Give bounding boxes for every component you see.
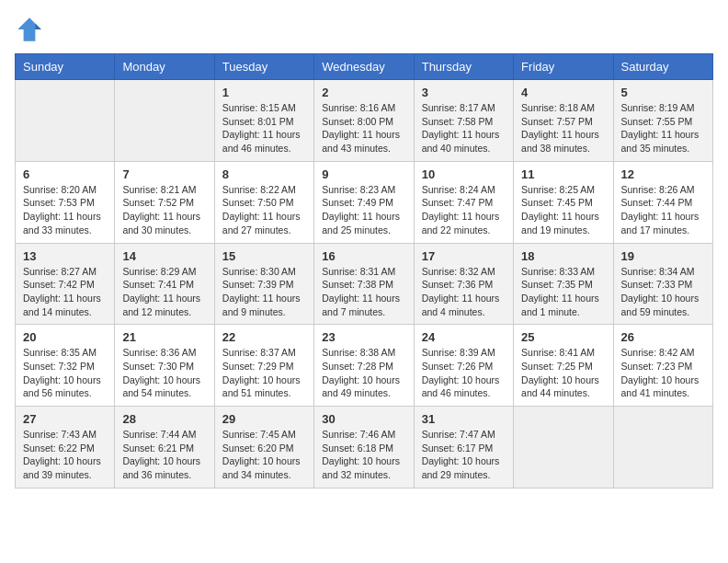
day-number: 3 (422, 86, 506, 99)
day-number: 29 (222, 412, 306, 426)
day-number: 6 (23, 167, 107, 181)
day-info: Sunrise: 8:19 AM Sunset: 7:55 PM Dayligh… (621, 101, 705, 155)
day-number: 30 (322, 412, 405, 426)
day-info: Sunrise: 8:29 AM Sunset: 7:41 PM Dayligh… (122, 265, 206, 319)
table-row: 28Sunrise: 7:44 AM Sunset: 6:21 PM Dayli… (115, 407, 214, 488)
table-row: 2Sunrise: 8:16 AM Sunset: 8:00 PM Daylig… (314, 80, 414, 162)
day-number: 9 (322, 167, 405, 181)
day-info: Sunrise: 8:41 AM Sunset: 7:25 PM Dayligh… (521, 346, 605, 400)
table-row: 4Sunrise: 8:18 AM Sunset: 7:57 PM Daylig… (514, 80, 613, 162)
day-number: 20 (23, 330, 107, 344)
table-row: 22Sunrise: 8:37 AM Sunset: 7:29 PM Dayli… (214, 325, 313, 407)
day-number: 13 (23, 249, 107, 263)
day-number: 4 (521, 86, 605, 99)
day-number: 16 (322, 249, 405, 263)
table-row: 13Sunrise: 8:27 AM Sunset: 7:42 PM Dayli… (16, 243, 115, 325)
day-number: 15 (222, 249, 306, 263)
col-header-friday: Friday (514, 54, 613, 80)
col-header-saturday: Saturday (613, 54, 712, 80)
table-row: 29Sunrise: 7:45 AM Sunset: 6:20 PM Dayli… (214, 407, 313, 488)
calendar-week-row: 6Sunrise: 8:20 AM Sunset: 7:53 PM Daylig… (16, 161, 713, 243)
calendar-week-row: 1Sunrise: 8:15 AM Sunset: 8:01 PM Daylig… (16, 80, 713, 162)
table-row: 20Sunrise: 8:35 AM Sunset: 7:32 PM Dayli… (16, 325, 115, 407)
col-header-sunday: Sunday (16, 54, 115, 80)
table-row: 23Sunrise: 8:38 AM Sunset: 7:28 PM Dayli… (314, 325, 414, 407)
day-info: Sunrise: 8:34 AM Sunset: 7:33 PM Dayligh… (621, 265, 705, 319)
table-row: 1Sunrise: 8:15 AM Sunset: 8:01 PM Daylig… (214, 80, 313, 162)
day-info: Sunrise: 7:47 AM Sunset: 6:17 PM Dayligh… (422, 428, 506, 482)
day-info: Sunrise: 8:35 AM Sunset: 7:32 PM Dayligh… (23, 346, 107, 400)
day-info: Sunrise: 7:44 AM Sunset: 6:21 PM Dayligh… (122, 428, 206, 482)
table-row: 14Sunrise: 8:29 AM Sunset: 7:41 PM Dayli… (115, 243, 214, 325)
table-row: 16Sunrise: 8:31 AM Sunset: 7:38 PM Dayli… (314, 243, 414, 325)
day-number: 24 (422, 330, 506, 344)
calendar-header-row: SundayMondayTuesdayWednesdayThursdayFrid… (16, 54, 713, 80)
table-row: 27Sunrise: 7:43 AM Sunset: 6:22 PM Dayli… (16, 407, 115, 488)
table-row: 18Sunrise: 8:33 AM Sunset: 7:35 PM Dayli… (514, 243, 613, 325)
day-info: Sunrise: 8:42 AM Sunset: 7:23 PM Dayligh… (621, 346, 705, 400)
day-info: Sunrise: 8:15 AM Sunset: 8:01 PM Dayligh… (222, 101, 306, 155)
table-row (115, 80, 214, 162)
day-number: 19 (621, 249, 705, 263)
day-info: Sunrise: 7:46 AM Sunset: 6:18 PM Dayligh… (322, 428, 405, 482)
col-header-tuesday: Tuesday (214, 54, 313, 80)
day-info: Sunrise: 8:17 AM Sunset: 7:58 PM Dayligh… (422, 101, 506, 155)
table-row: 25Sunrise: 8:41 AM Sunset: 7:25 PM Dayli… (514, 325, 613, 407)
table-row: 5Sunrise: 8:19 AM Sunset: 7:55 PM Daylig… (613, 80, 712, 162)
day-number: 31 (422, 412, 506, 426)
day-info: Sunrise: 8:26 AM Sunset: 7:44 PM Dayligh… (621, 183, 705, 237)
table-row: 3Sunrise: 8:17 AM Sunset: 7:58 PM Daylig… (414, 80, 513, 162)
calendar-table: SundayMondayTuesdayWednesdayThursdayFrid… (15, 53, 713, 488)
day-info: Sunrise: 8:36 AM Sunset: 7:30 PM Dayligh… (122, 346, 206, 400)
day-number: 14 (122, 249, 206, 263)
day-number: 21 (122, 330, 206, 344)
table-row (613, 407, 712, 488)
page-header (15, 15, 713, 44)
table-row: 21Sunrise: 8:36 AM Sunset: 7:30 PM Dayli… (115, 325, 214, 407)
logo-icon (15, 15, 44, 44)
day-info: Sunrise: 8:22 AM Sunset: 7:50 PM Dayligh… (222, 183, 306, 237)
day-info: Sunrise: 8:31 AM Sunset: 7:38 PM Dayligh… (322, 265, 405, 319)
day-number: 11 (521, 167, 605, 181)
day-number: 22 (222, 330, 306, 344)
day-number: 28 (122, 412, 206, 426)
table-row: 7Sunrise: 8:21 AM Sunset: 7:52 PM Daylig… (115, 161, 214, 243)
table-row: 11Sunrise: 8:25 AM Sunset: 7:45 PM Dayli… (514, 161, 613, 243)
table-row: 10Sunrise: 8:24 AM Sunset: 7:47 PM Dayli… (414, 161, 513, 243)
col-header-thursday: Thursday (414, 54, 513, 80)
table-row (16, 80, 115, 162)
day-number: 5 (621, 86, 705, 99)
day-number: 27 (23, 412, 107, 426)
day-number: 17 (422, 249, 506, 263)
table-row: 6Sunrise: 8:20 AM Sunset: 7:53 PM Daylig… (16, 161, 115, 243)
day-info: Sunrise: 8:30 AM Sunset: 7:39 PM Dayligh… (222, 265, 306, 319)
day-number: 12 (621, 167, 705, 181)
day-info: Sunrise: 8:37 AM Sunset: 7:29 PM Dayligh… (222, 346, 306, 400)
table-row: 8Sunrise: 8:22 AM Sunset: 7:50 PM Daylig… (214, 161, 313, 243)
day-info: Sunrise: 8:25 AM Sunset: 7:45 PM Dayligh… (521, 183, 605, 237)
day-info: Sunrise: 8:20 AM Sunset: 7:53 PM Dayligh… (23, 183, 107, 237)
logo (15, 15, 48, 44)
table-row: 15Sunrise: 8:30 AM Sunset: 7:39 PM Dayli… (214, 243, 313, 325)
day-number: 26 (621, 330, 705, 344)
day-info: Sunrise: 8:18 AM Sunset: 7:57 PM Dayligh… (521, 101, 605, 155)
table-row: 12Sunrise: 8:26 AM Sunset: 7:44 PM Dayli… (613, 161, 712, 243)
day-info: Sunrise: 8:27 AM Sunset: 7:42 PM Dayligh… (23, 265, 107, 319)
day-info: Sunrise: 8:32 AM Sunset: 7:36 PM Dayligh… (422, 265, 506, 319)
day-number: 10 (422, 167, 506, 181)
day-number: 25 (521, 330, 605, 344)
day-info: Sunrise: 8:33 AM Sunset: 7:35 PM Dayligh… (521, 265, 605, 319)
day-info: Sunrise: 7:45 AM Sunset: 6:20 PM Dayligh… (222, 428, 306, 482)
day-info: Sunrise: 8:38 AM Sunset: 7:28 PM Dayligh… (322, 346, 405, 400)
table-row (514, 407, 613, 488)
col-header-wednesday: Wednesday (314, 54, 414, 80)
day-number: 7 (122, 167, 206, 181)
day-info: Sunrise: 8:16 AM Sunset: 8:00 PM Dayligh… (322, 101, 405, 155)
table-row: 9Sunrise: 8:23 AM Sunset: 7:49 PM Daylig… (314, 161, 414, 243)
day-number: 8 (222, 167, 306, 181)
day-number: 23 (322, 330, 405, 344)
table-row: 24Sunrise: 8:39 AM Sunset: 7:26 PM Dayli… (414, 325, 513, 407)
table-row: 19Sunrise: 8:34 AM Sunset: 7:33 PM Dayli… (613, 243, 712, 325)
day-info: Sunrise: 7:43 AM Sunset: 6:22 PM Dayligh… (23, 428, 107, 482)
calendar-week-row: 20Sunrise: 8:35 AM Sunset: 7:32 PM Dayli… (16, 325, 713, 407)
